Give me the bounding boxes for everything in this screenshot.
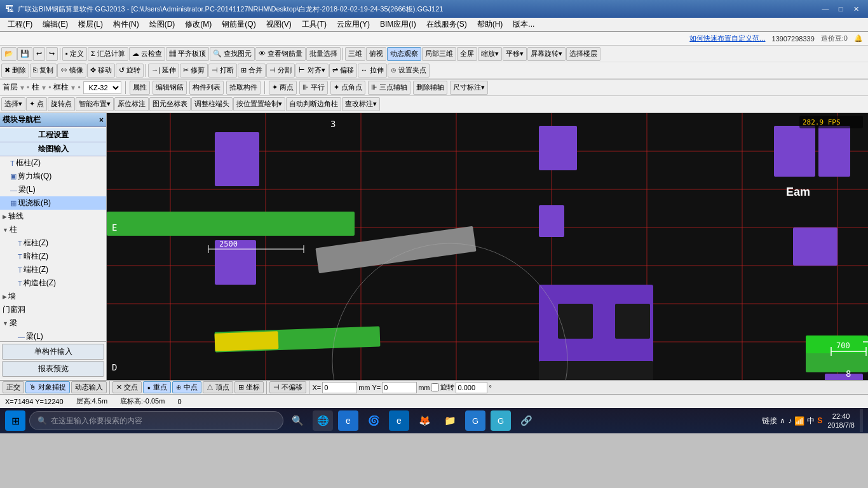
tb-adjusthead-button[interactable]: 调整柱端头	[191, 97, 233, 111]
menu-version[interactable]: 版本...	[508, 18, 539, 31]
tb-rotpoint-button[interactable]: 旋转点	[48, 97, 75, 111]
tb-coordtable-button[interactable]: 图元坐标表	[149, 97, 191, 111]
x-input[interactable]	[322, 382, 357, 393]
report-preview-button[interactable]: 报表预览	[2, 361, 104, 377]
nav-complist-button[interactable]: 构件列表	[189, 81, 224, 95]
tree-col-az[interactable]: T 暗柱(Z)	[0, 250, 106, 263]
tb-autocorner-button[interactable]: 自动判断边角柱	[286, 97, 341, 111]
nav-twopoint-button[interactable]: ✦ 两点	[269, 81, 297, 95]
menu-component[interactable]: 构件(N)	[108, 18, 144, 31]
sys-network-icon[interactable]: 📶	[794, 416, 804, 426]
tb-break-button[interactable]: ⊣ 打断	[208, 64, 237, 78]
taskbar-app-chrome[interactable]: 🦊	[414, 410, 435, 431]
tb-selfloor-button[interactable]: 选择楼层	[566, 47, 600, 61]
tb-partial3d-button[interactable]: 局部三维	[422, 47, 456, 61]
rotate-input[interactable]	[456, 382, 487, 393]
taskbar-app-ie[interactable]: e	[338, 410, 358, 431]
tb-redo-button[interactable]: ↪	[46, 47, 58, 61]
menu-service[interactable]: 在线服务(S)	[421, 18, 472, 31]
tb-editmark-button[interactable]: 查改标注▾	[342, 97, 380, 111]
tree-liang[interactable]: — 梁(L)	[0, 183, 106, 196]
tb-pan-button[interactable]: 平移▾	[503, 47, 527, 61]
tb-copy-button[interactable]: ⎘ 复制	[30, 64, 57, 78]
tb-drawbypos-button[interactable]: 按位置置绘制▾	[233, 97, 285, 111]
nav-draw-input[interactable]: 绘图输入	[0, 142, 106, 156]
tb-dynobs-button[interactable]: 动态观察	[387, 47, 421, 61]
menu-cloud[interactable]: 云应用(Y)	[332, 18, 375, 31]
tree-axis[interactable]: ▶ 轴线	[0, 210, 106, 223]
start-button[interactable]: ⊞	[5, 410, 25, 431]
taskbar-app-explorer[interactable]: 📁	[440, 410, 460, 431]
rotate-checkbox[interactable]	[431, 383, 439, 391]
taskbar-search[interactable]: 🔍 在这里输入你要搜索的内容	[29, 411, 283, 430]
menu-help[interactable]: 帮助(H)	[472, 18, 508, 31]
tb-del-button[interactable]: ✖ 删除	[1, 64, 29, 78]
nav-project-settings[interactable]: 工程设置	[0, 128, 106, 142]
tb-find-button[interactable]: 🔍 查找图元	[210, 47, 255, 61]
minimize-button[interactable]: —	[818, 3, 832, 15]
canvas-area[interactable]: 2500 700 3 E D 8 282.9 FPS Eam	[107, 113, 868, 380]
tb-viewsteel-button[interactable]: 👁 查看钢筋量	[255, 47, 306, 61]
menu-edit[interactable]: 编辑(E)	[37, 18, 73, 31]
tree-wall[interactable]: ▶ 墙	[0, 290, 106, 303]
tb-topview-button[interactable]: 俯视	[366, 47, 386, 61]
tb-sum-button[interactable]: Σ 汇总计算	[88, 47, 128, 61]
cad-viewport[interactable]: 2500 700 3 E D 8 282.9 FPS Eam	[107, 113, 868, 380]
tb-align-button[interactable]: ▦ 平齐板顶	[166, 47, 209, 61]
tb-save-button[interactable]: 💾	[17, 47, 32, 61]
close-button[interactable]: ✕	[849, 3, 863, 15]
tb-cloud-button[interactable]: ☁ 云检查	[129, 47, 165, 61]
tb-batch-button[interactable]: 批量选择	[306, 47, 341, 61]
tb-select-button[interactable]: 选择▾	[1, 97, 25, 111]
nav-delaux-button[interactable]: 删除辅轴	[413, 81, 447, 95]
sidebar-close-icon[interactable]: ×	[99, 116, 104, 125]
tb-zoom-button[interactable]: 缩放▾	[478, 47, 502, 61]
maximize-button[interactable]: □	[834, 3, 848, 15]
tb-extend-button[interactable]: →| 延伸	[148, 64, 179, 78]
tb-3d-button[interactable]: 三维	[345, 47, 365, 61]
sys-chevron[interactable]: ∧	[780, 416, 785, 425]
snap-noshift-button[interactable]: ⊣ 不偏移	[269, 381, 306, 393]
snap-ortho-button[interactable]: 正交	[3, 381, 24, 393]
taskbar-app-ie2[interactable]: e	[389, 410, 409, 431]
menu-floor[interactable]: 楼层(L)	[73, 18, 108, 31]
snap-objsnap-button[interactable]: 🖱 对象捕捉	[25, 381, 70, 393]
taskbar-app-spiral[interactable]: 🌀	[363, 410, 384, 431]
tree-zhuzhu[interactable]: T 框柱(Z)	[0, 156, 106, 170]
snap-dynin-button[interactable]: 动态输入	[71, 381, 107, 393]
menu-view[interactable]: 视图(V)	[261, 18, 297, 31]
show-desktop-button[interactable]	[860, 409, 863, 432]
taskbar-app-glodon[interactable]: G	[465, 410, 485, 431]
snap-intersect-button[interactable]: ✕ 交点	[112, 381, 142, 393]
tb-setgrip-button[interactable]: ⊙ 设置夹点	[388, 64, 430, 78]
tree-col-gz[interactable]: T 构造柱(Z)	[0, 276, 106, 290]
tb-point-button[interactable]: ✦ 点	[26, 97, 47, 111]
tree-doorwin[interactable]: 门窗洞	[0, 303, 106, 316]
nav-editsteel-button[interactable]: 编辑钢筋	[153, 81, 187, 95]
taskbar-app-arrow[interactable]: 🔗	[516, 410, 536, 431]
nav-parallel-button[interactable]: ⊪ 平行	[299, 81, 328, 95]
tb-split-button[interactable]: ⊣ 分割	[266, 64, 295, 78]
nav-pointangle-button[interactable]: ✦ 点角点	[330, 81, 365, 95]
tb-undo-button[interactable]: ↩	[33, 47, 45, 61]
taskbar-app-cortana[interactable]: 🌐	[313, 410, 333, 431]
tree-column[interactable]: ▼ 柱	[0, 223, 106, 236]
tree-col-dz[interactable]: T 端柱(Z)	[0, 263, 106, 276]
snap-midpoint-button[interactable]: ⬥ 重点	[143, 381, 171, 393]
sys-volume-icon[interactable]: ♪	[788, 416, 792, 425]
y-input[interactable]	[382, 382, 417, 393]
menu-bim[interactable]: BIM应用(I)	[375, 18, 421, 31]
tb-merge-button[interactable]: ⊞ 合并	[238, 64, 266, 78]
menu-tools[interactable]: 工具(T)	[297, 18, 332, 31]
single-comp-input-button[interactable]: 单构件输入	[2, 344, 104, 360]
snap-vertex-button[interactable]: △ 顶点	[203, 381, 233, 393]
menu-file[interactable]: 工程(F)	[3, 18, 37, 31]
tree-beam-l[interactable]: — 梁(L)	[0, 330, 106, 341]
tb-mirror-button[interactable]: ⇔ 镜像	[57, 64, 86, 78]
nav-attr-button[interactable]: 属性	[130, 81, 150, 95]
taskbar-app-search[interactable]: 🔍	[287, 410, 308, 431]
nav-threepoint-button[interactable]: ⊪ 三点辅轴	[368, 81, 410, 95]
snap-center-button[interactable]: ⊕ 中点	[172, 381, 201, 393]
menu-steel[interactable]: 钢筋量(Q)	[217, 18, 261, 31]
tb-rotate-button[interactable]: ↺ 旋转	[116, 64, 144, 78]
